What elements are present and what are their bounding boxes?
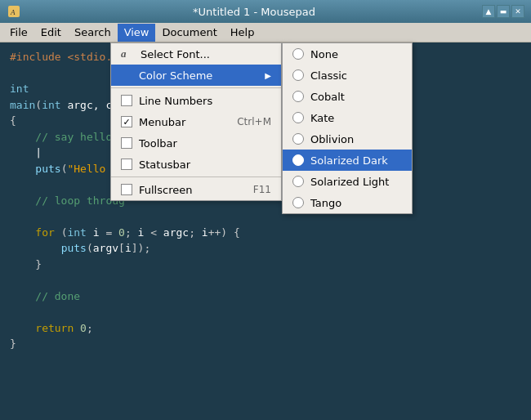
code-line [10, 272, 521, 288]
scheme-classic[interactable]: Classic [283, 65, 412, 86]
close-button[interactable]: ✕ [511, 5, 524, 18]
fullscreen-checkbox[interactable] [121, 184, 132, 195]
scheme-solarized-dark[interactable]: Solarized Dark [283, 150, 412, 171]
radio-tango [292, 197, 304, 208]
scheme-oblivion[interactable]: Oblivion [283, 128, 412, 150]
titlebar: A *Untitled 1 - Mousepad ▲ ▬ ✕ [0, 0, 531, 23]
scheme-cobalt[interactable]: Cobalt [283, 86, 412, 107]
menu-separator-2 [111, 176, 281, 177]
font-icon: a [121, 47, 134, 60]
menubar-label: Menubar [139, 116, 185, 128]
statusbar-item[interactable]: Statusbar [111, 154, 281, 175]
fullscreen-shortcut: F11 [253, 184, 271, 195]
radio-classic [292, 69, 304, 81]
line-numbers-checkbox[interactable] [121, 95, 132, 106]
app-icon: A [7, 4, 21, 19]
scheme-classic-label: Classic [310, 69, 347, 82]
scheme-tango-label: Tango [310, 197, 341, 209]
code-line: } [10, 257, 521, 273]
radio-oblivion [292, 133, 304, 145]
select-font-label: Select Font... [141, 48, 210, 60]
color-scheme-label: Color Scheme [139, 69, 212, 82]
menu-separator [111, 87, 281, 88]
menubar-checkbox[interactable]: ✓ [121, 116, 132, 127]
scheme-kate-label: Kate [310, 112, 334, 124]
radio-none [292, 48, 304, 60]
scheme-kate[interactable]: Kate [283, 107, 412, 128]
statusbar-checkbox[interactable] [121, 159, 132, 170]
menu-edit[interactable]: Edit [34, 24, 68, 42]
menu-document[interactable]: Document [155, 24, 223, 42]
scheme-solarized-dark-label: Solarized Dark [310, 154, 388, 167]
scheme-tango[interactable]: Tango [283, 192, 412, 213]
radio-kate [292, 112, 304, 123]
svg-text:A: A [10, 8, 16, 16]
window-controls[interactable]: ▲ ▬ ✕ [482, 5, 524, 18]
code-line: // done [10, 288, 521, 305]
color-scheme-item[interactable]: Color Scheme ▶ [111, 65, 281, 86]
toolbar-item[interactable]: Toolbar [111, 132, 281, 154]
radio-solarized-dark [292, 154, 304, 166]
statusbar-label: Statusbar [139, 159, 190, 171]
code-line: return 0; [10, 320, 521, 337]
toolbar-checkbox[interactable] [121, 137, 132, 149]
menu-help[interactable]: Help [224, 24, 261, 42]
scheme-none[interactable]: None [283, 43, 412, 65]
fullscreen-item[interactable]: Fullscreen F11 [111, 179, 281, 200]
view-menu-dropdown: a Select Font... Color Scheme ▶ Line Num… [110, 42, 282, 201]
toolbar-label: Toolbar [139, 137, 177, 150]
menubar-item[interactable]: ✓ Menubar Ctrl+M [111, 111, 281, 132]
line-numbers-label: Line Numbers [139, 95, 212, 107]
select-font-item[interactable]: a Select Font... [111, 43, 281, 65]
menu-file[interactable]: File [3, 24, 34, 42]
menubar-shortcut: Ctrl+M [237, 116, 271, 127]
fullscreen-label: Fullscreen [139, 184, 192, 196]
scheme-cobalt-label: Cobalt [310, 91, 345, 103]
scheme-none-label: None [310, 48, 338, 60]
radio-solarized-light [292, 176, 304, 187]
scheme-solarized-light[interactable]: Solarized Light [283, 171, 412, 192]
minimize-button[interactable]: ▲ [482, 5, 495, 18]
maximize-button[interactable]: ▬ [497, 5, 510, 18]
menu-view[interactable]: View [118, 24, 156, 42]
color-scheme-submenu: None Classic Cobalt Kate Oblivion Solari… [282, 42, 413, 214]
window-title: *Untitled 1 - Mousepad [26, 6, 482, 18]
menu-search[interactable]: Search [68, 24, 118, 42]
code-line: puts(argv[i]); [10, 240, 521, 257]
line-numbers-item[interactable]: Line Numbers [111, 90, 281, 111]
code-line: } [10, 336, 521, 352]
code-line [10, 304, 521, 320]
submenu-arrow-icon: ▶ [265, 71, 271, 80]
menubar: File Edit Search View Document Help [0, 23, 531, 42]
radio-cobalt [292, 91, 304, 102]
code-line: for (int i = 0; i < argc; i++) { [10, 225, 521, 241]
scheme-oblivion-label: Oblivion [310, 133, 354, 145]
code-line [10, 208, 521, 225]
scheme-solarized-light-label: Solarized Light [310, 176, 389, 188]
